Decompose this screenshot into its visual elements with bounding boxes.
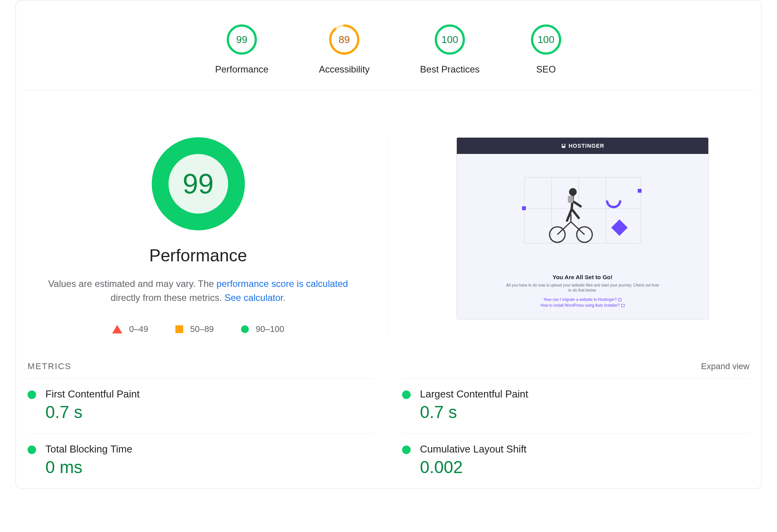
preview-subtext: All you have to do now is upload your we… bbox=[505, 283, 660, 293]
pass-dot-icon bbox=[28, 446, 36, 454]
metrics-title: METRICS bbox=[28, 361, 71, 371]
legend-item-pass: 90–100 bbox=[241, 324, 284, 334]
gauge-value: 100 bbox=[530, 24, 562, 55]
square-icon bbox=[175, 325, 183, 333]
see-calculator-link[interactable]: See calculator bbox=[224, 292, 283, 303]
metric-value: 0.002 bbox=[420, 458, 527, 477]
gauge-seo: 100 bbox=[530, 24, 562, 55]
desc-text: directly from these metrics. bbox=[111, 292, 224, 303]
preview-illustration bbox=[524, 177, 641, 243]
desc-text: . bbox=[283, 292, 286, 303]
score-label: Best Practices bbox=[420, 64, 479, 75]
pass-dot-icon bbox=[28, 390, 36, 399]
svg-point-12 bbox=[569, 188, 577, 196]
metric-name: First Contentful Paint bbox=[45, 388, 140, 400]
metric-name: Largest Contentful Paint bbox=[420, 388, 528, 400]
score-item-best-practices[interactable]: 100 Best Practices bbox=[420, 24, 479, 75]
detail-title: Performance bbox=[149, 246, 247, 265]
legend-item-average: 50–89 bbox=[175, 324, 214, 334]
metric-name: Total Blocking Time bbox=[45, 443, 132, 455]
page-screenshot-preview: HOSTINGER bbox=[456, 137, 709, 320]
gauge-large-performance: 99 bbox=[152, 137, 245, 230]
preview-headline: You Are All Set to Go! bbox=[553, 274, 612, 280]
score-legend: 0–49 50–89 90–100 bbox=[112, 324, 284, 334]
score-item-performance[interactable]: 99 Performance bbox=[215, 24, 268, 75]
hostinger-logo-icon bbox=[561, 143, 566, 149]
metric-fcp[interactable]: First Contentful Paint 0.7 s bbox=[28, 378, 375, 434]
legend-range: 0–49 bbox=[129, 324, 148, 334]
triangle-icon bbox=[112, 325, 122, 333]
pass-dot-icon bbox=[402, 390, 411, 399]
report-panel: 99 Performance 89 Accessibility 100 bbox=[16, 0, 761, 489]
metrics-grid: First Contentful Paint 0.7 s Largest Con… bbox=[16, 378, 761, 489]
desc-text: Values are estimated and may vary. The bbox=[48, 278, 217, 289]
gauge-value: 100 bbox=[434, 24, 466, 55]
biker-illustration-icon bbox=[544, 185, 598, 243]
score-label: Performance bbox=[215, 64, 268, 75]
metric-cls[interactable]: Cumulative Layout Shift 0.002 bbox=[402, 434, 749, 489]
gauge-large-value: 99 bbox=[152, 137, 245, 230]
gauge-performance: 99 bbox=[226, 24, 258, 55]
metric-lcp[interactable]: Largest Contentful Paint 0.7 s bbox=[402, 378, 749, 434]
gauge-value: 99 bbox=[226, 24, 258, 55]
perf-score-calc-link[interactable]: performance score is calculated bbox=[217, 278, 348, 289]
metrics-header: METRICS Expand view bbox=[16, 354, 761, 378]
legend-range: 90–100 bbox=[256, 324, 284, 334]
gauge-value: 89 bbox=[328, 24, 360, 55]
score-label: SEO bbox=[536, 64, 556, 75]
metric-value: 0 ms bbox=[45, 458, 132, 477]
preview-brand: HOSTINGER bbox=[569, 143, 604, 149]
gauge-best-practices: 100 bbox=[434, 24, 466, 55]
detail-left: 99 Performance Values are estimated and … bbox=[24, 137, 388, 334]
legend-range: 50–89 bbox=[190, 324, 214, 334]
category-detail-row: 99 Performance Values are estimated and … bbox=[16, 91, 761, 354]
legend-item-fail: 0–49 bbox=[112, 324, 148, 334]
svg-rect-13 bbox=[568, 196, 573, 203]
preview-link-2: How to install WordPress using Auto Inst… bbox=[541, 303, 624, 307]
score-item-seo[interactable]: 100 SEO bbox=[530, 24, 562, 75]
metric-value: 0.7 s bbox=[420, 402, 528, 422]
external-link-icon bbox=[621, 304, 624, 307]
preview-body: You Are All Set to Go! All you have to d… bbox=[457, 154, 708, 319]
metric-tbt[interactable]: Total Blocking Time 0 ms bbox=[28, 434, 375, 489]
score-label: Accessibility bbox=[319, 64, 370, 75]
circle-icon bbox=[241, 325, 249, 333]
preview-header: HOSTINGER bbox=[457, 138, 708, 154]
external-link-icon bbox=[618, 298, 621, 301]
expand-view-toggle[interactable]: Expand view bbox=[701, 361, 749, 371]
score-item-accessibility[interactable]: 89 Accessibility bbox=[319, 24, 370, 75]
detail-description: Values are estimated and may vary. The p… bbox=[47, 277, 350, 305]
gauge-accessibility: 89 bbox=[328, 24, 360, 55]
preview-link-1: How can I migrate a website to Hostinger… bbox=[544, 297, 621, 302]
metric-name: Cumulative Layout Shift bbox=[420, 443, 527, 455]
pass-dot-icon bbox=[402, 446, 411, 454]
score-summary-row: 99 Performance 89 Accessibility 100 bbox=[16, 0, 761, 90]
detail-right: HOSTINGER bbox=[388, 137, 753, 334]
metric-value: 0.7 s bbox=[45, 402, 140, 422]
